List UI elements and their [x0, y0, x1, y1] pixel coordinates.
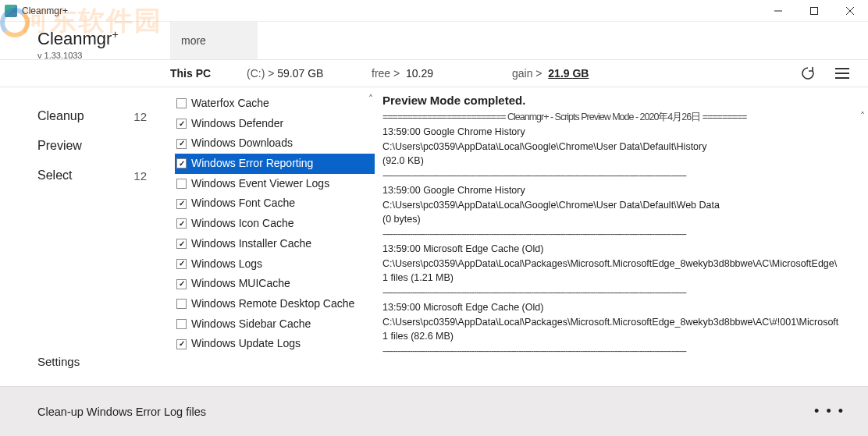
checkbox[interactable] [176, 299, 187, 309]
drive-gain: gain > 21.9 GB [512, 67, 589, 80]
checklist-item-label: Windows Sidebar Cache [191, 316, 311, 333]
window-minimize-button[interactable] [760, 0, 796, 22]
checklist-item[interactable]: Windows Font Cache [175, 193, 375, 214]
checkbox[interactable] [176, 319, 187, 329]
this-pc-label: This PC [170, 67, 247, 80]
sidebar-item-label: Select [37, 168, 72, 183]
tab-more[interactable]: more [170, 22, 258, 59]
more-actions-icon[interactable]: • • • [814, 403, 845, 420]
checkbox[interactable] [176, 179, 187, 189]
checklist-item-label: Windows MUICache [191, 275, 290, 292]
app-name: Cleanmgr+ [37, 28, 170, 49]
checklist-item[interactable]: Windows Update Logs [175, 334, 375, 354]
sidebar-item-settings[interactable]: Settings [0, 347, 170, 376]
checklist-item-label: Windows Event Viewer Logs [191, 175, 329, 193]
checkbox[interactable] [176, 199, 187, 209]
scrollbar-up-icon[interactable]: ˄ [368, 94, 373, 105]
drive-free: free > 10.29 [372, 67, 512, 80]
checklist-item-label: Windows Remote Desktop Cache [191, 296, 354, 313]
svg-rect-1 [811, 7, 818, 14]
log-line: 13:59:00 Microsoft Edge Cache (Old) [382, 242, 863, 257]
checklist-item-label: Windows Font Cache [191, 195, 295, 212]
preview-title: Preview Mode completed. [382, 94, 863, 107]
checklist-item-label: Windows Downloads [191, 135, 293, 152]
status-bar: Clean-up Windows Error Log files • • • [0, 386, 868, 436]
checklist-item[interactable]: Windows Logs [175, 254, 375, 275]
sidebar-item-label: Cleanup [37, 109, 84, 123]
checklist-item[interactable]: Windows MUICache [175, 274, 375, 294]
checklist-item[interactable]: Windows Event Viewer Logs [175, 174, 375, 194]
sidebar-item-select[interactable]: Select 12 [0, 161, 170, 190]
checkbox[interactable] [176, 259, 187, 269]
checklist-item[interactable]: Windows Installer Cache [175, 234, 375, 254]
hamburger-icon[interactable] [834, 65, 851, 82]
app-icon [5, 5, 17, 17]
sidebar-item-badge: 12 [133, 169, 147, 183]
checklist-item-label: Windows Icon Cache [191, 215, 294, 232]
log-separator: ----------------------------------------… [382, 285, 863, 300]
checklist-item-label: Windows Update Logs [191, 335, 301, 353]
checklist-item-label: Waterfox Cache [191, 95, 269, 112]
status-text: Clean-up Windows Error Log files [37, 406, 206, 418]
window-titlebar: Cleanmgr+ [0, 0, 868, 22]
checklist-item-label: Windows Logs [191, 256, 262, 273]
log-separator: ----------------------------------------… [382, 344, 863, 359]
window-close-button[interactable] [832, 0, 868, 22]
log-line: 13:59:00 Microsoft Edge Cache (Old) [382, 300, 863, 315]
window-title: Cleanmgr+ [22, 5, 68, 16]
log-path: C:\Users\pc0359\AppData\Local\Google\Chr… [382, 198, 863, 213]
log-size: (0 bytes) [382, 212, 863, 227]
checklist-item[interactable]: Windows Downloads [175, 133, 375, 154]
sidebar: Cleanup 12 Preview Select 12 Settings [0, 87, 170, 376]
checklist-item-label: Windows Defender [191, 115, 283, 133]
checklist-item[interactable]: Windows Remote Desktop Cache [175, 294, 375, 314]
checklist-item[interactable]: Waterfox Cache [175, 94, 375, 114]
log-header: ========================= Cleanmgr+ - Sc… [382, 110, 863, 125]
window-maximize-button[interactable] [796, 0, 832, 22]
app-version: v 1.33.1033 [37, 51, 170, 60]
checkbox[interactable] [176, 158, 187, 168]
sidebar-item-cleanup[interactable]: Cleanup 12 [0, 101, 170, 131]
checkbox[interactable] [176, 279, 187, 289]
log-size: 1 files (1.21 MB) [382, 271, 863, 285]
checklist-item[interactable]: Windows Error Reporting [175, 154, 375, 174]
sidebar-item-badge: 12 [133, 110, 147, 123]
drive-total: (C:) > 59.07 GB [247, 67, 372, 80]
scrollbar-up-icon[interactable]: ˄ [860, 111, 865, 122]
log-separator: ----------------------------------------… [382, 227, 863, 242]
log-path: C:\Users\pc0359\AppData\Local\Packages\M… [382, 257, 863, 271]
checklist-item-label: Windows Installer Cache [191, 236, 311, 253]
sidebar-item-preview[interactable]: Preview [0, 131, 170, 161]
sidebar-item-label: Preview [37, 139, 82, 153]
checklist-item[interactable]: Windows Sidebar Cache [175, 314, 375, 335]
log-size: (92.0 KB) [382, 154, 863, 168]
checklist-item[interactable]: Windows Defender [175, 114, 375, 134]
log-separator: ----------------------------------------… [382, 168, 863, 183]
checkbox[interactable] [176, 339, 187, 349]
checklist-item-label: Windows Error Reporting [191, 155, 313, 172]
log-line: 13:59:00 Google Chrome History [382, 125, 863, 140]
log-path: C:\Users\pc0359\AppData\Local\Google\Chr… [382, 140, 863, 154]
cleanup-checklist: Waterfox CacheWindows DefenderWindows Do… [170, 87, 375, 376]
checkbox[interactable] [176, 218, 187, 229]
checkbox[interactable] [176, 139, 187, 149]
log-path: C:\Users\pc0359\AppData\Local\Packages\M… [382, 315, 863, 330]
disk-info-bar: This PC (C:) > 59.07 GB free > 10.29 gai… [0, 59, 868, 87]
checkbox[interactable] [176, 239, 187, 249]
checkbox[interactable] [176, 119, 187, 129]
log-size: 1 files (82.6 MB) [382, 329, 863, 344]
log-line: 13:59:00 Google Chrome History [382, 183, 863, 198]
refresh-icon[interactable] [799, 65, 816, 82]
preview-log[interactable]: ========================= Cleanmgr+ - Sc… [382, 110, 863, 367]
checklist-item[interactable]: Windows Icon Cache [175, 214, 375, 234]
checkbox[interactable] [176, 98, 187, 108]
